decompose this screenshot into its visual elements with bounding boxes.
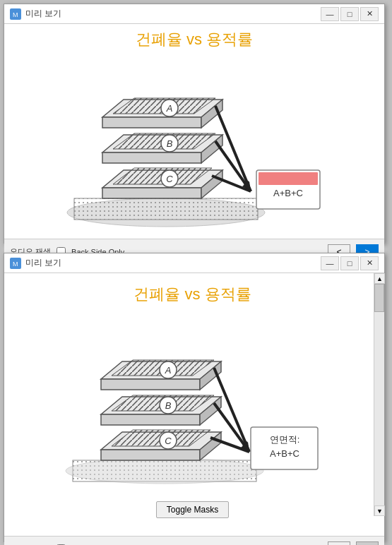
diagram-1: C B	[60, 61, 328, 230]
scroll-up-btn[interactable]: ▲	[374, 273, 385, 284]
svg-text:M: M	[13, 11, 18, 18]
scrollbar-2[interactable]: ▲ ▼	[374, 273, 384, 516]
svg-text:A: A	[166, 103, 173, 114]
toolbar-2: 오디오 재생 Back Side Only < >	[4, 536, 384, 545]
titlebar-buttons-1: — □ ✕	[321, 7, 379, 21]
window-1-heading: 건폐율 vs 용적률	[136, 29, 253, 50]
window-2: M 미리 보기 — □ ✕ ▲ ▼ 건폐율 vs 용적률	[4, 253, 385, 542]
close-btn-2[interactable]: ✕	[360, 256, 379, 270]
svg-point-38	[66, 458, 263, 484]
app-icon-2: M	[10, 258, 21, 269]
prev-btn-2[interactable]: <	[328, 541, 350, 546]
svg-marker-7	[102, 188, 201, 198]
minimize-btn-2[interactable]: —	[321, 256, 339, 270]
svg-text:B: B	[167, 138, 173, 149]
svg-marker-23	[102, 117, 201, 128]
window-1-content: 건폐율 vs 용적률	[4, 24, 384, 239]
scroll-down-btn[interactable]: ▼	[374, 505, 385, 516]
svg-text:A+B+C: A+B+C	[273, 188, 303, 198]
svg-text:B: B	[165, 400, 171, 411]
close-btn-1[interactable]: ✕	[360, 7, 379, 21]
diagram-2: C B A	[59, 316, 327, 492]
scroll-track[interactable]	[374, 284, 384, 505]
window-2-heading: 건폐율 vs 용적률	[133, 284, 251, 305]
svg-text:C: C	[165, 436, 172, 446]
window-1: M 미리 보기 — □ ✕ 건폐율 vs 용적률	[4, 4, 385, 244]
svg-text:A+B+C: A+B+C	[270, 448, 299, 459]
scroll-thumb[interactable]	[374, 284, 384, 312]
diagram-1-svg: C B	[60, 61, 328, 230]
next-btn-2[interactable]: >	[356, 541, 379, 546]
svg-text:M: M	[13, 260, 18, 268]
svg-marker-40	[101, 450, 200, 460]
minimize-btn-1[interactable]: —	[321, 7, 339, 21]
maximize-btn-2[interactable]: □	[340, 256, 359, 270]
titlebar-buttons-2: — □ ✕	[321, 256, 379, 270]
window-1-title: 미리 보기	[25, 8, 321, 20]
svg-text:연면적:: 연면적:	[269, 434, 299, 445]
svg-rect-31	[259, 172, 318, 185]
window-2-title: 미리 보기	[25, 257, 321, 269]
app-icon-1: M	[10, 8, 21, 20]
svg-rect-3	[74, 198, 258, 220]
titlebar-2: M 미리 보기 — □ ✕	[4, 253, 384, 273]
window-2-content: 건폐율 vs 용적률	[4, 273, 384, 536]
svg-marker-48	[101, 414, 200, 425]
titlebar-1: M 미리 보기 — □ ✕	[4, 4, 384, 24]
svg-marker-56	[101, 379, 200, 390]
toggle-masks-btn[interactable]: Toggle Masks	[156, 501, 229, 518]
maximize-btn-1[interactable]: □	[340, 7, 359, 21]
svg-marker-15	[102, 152, 201, 163]
svg-text:C: C	[166, 174, 173, 184]
diagram-2-svg: C B A	[59, 316, 327, 492]
svg-text:A: A	[164, 365, 171, 376]
